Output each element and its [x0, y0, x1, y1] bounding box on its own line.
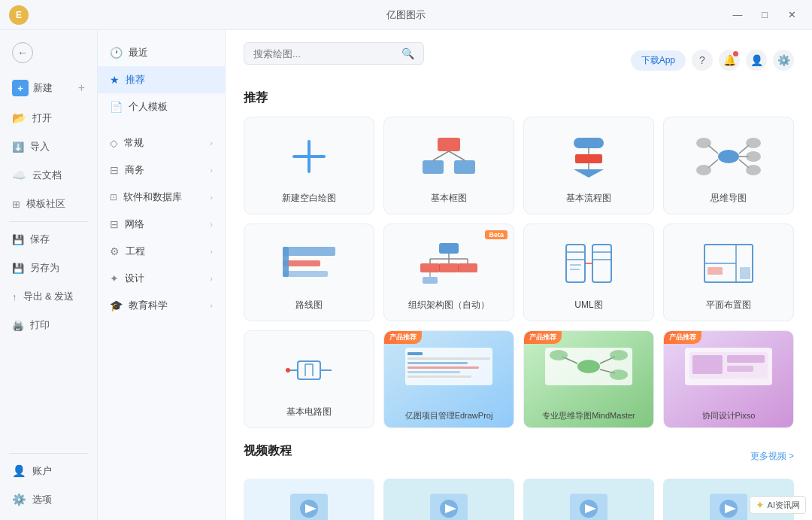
sidebar-item-save[interactable]: 💾 保存 — [0, 225, 97, 254]
sidebar-item-network[interactable]: ⊟ 网络 › — [98, 211, 225, 238]
video-card-2[interactable] — [383, 479, 514, 520]
sidebar-item-account[interactable]: 👤 账户 — [0, 457, 97, 485]
titlebar: E 亿图图示 — □ ✕ — [0, 0, 812, 30]
gear-button[interactable]: ⚙️ — [773, 50, 794, 71]
sidebar-item-business[interactable]: ⊟ 商务 › — [98, 157, 225, 184]
sidebar-narrow: ← + 新建 + 📂 打开 ⬇️ 导入 ☁️ 云文档 ⊞ 模板社区 💾 保存 — [0, 30, 98, 520]
open-icon: 📂 — [12, 111, 26, 125]
video-section-header: 视频教程 更多视频 > — [244, 443, 794, 470]
card-visual-uml — [533, 233, 644, 293]
sidebar-item-saveas[interactable]: 💾 另存为 — [0, 254, 97, 282]
gear-icon: ⚙️ — [777, 54, 790, 66]
sidebar-back-button[interactable]: ← — [0, 36, 97, 72]
print-icon: 🖨️ — [12, 320, 24, 331]
close-button[interactable]: ✕ — [780, 6, 803, 24]
engineering-icon: ⚙ — [110, 245, 120, 257]
svg-rect-33 — [420, 263, 440, 272]
general-icon: ◇ — [110, 137, 118, 149]
sidebar-item-template-community[interactable]: ⊞ 模板社区 — [0, 190, 97, 218]
search-bar[interactable]: 🔍 — [244, 42, 424, 65]
sidebar-item-import[interactable]: ⬇️ 导入 — [0, 132, 97, 161]
template-card-elec[interactable]: 基本电路图 — [244, 330, 374, 428]
template-card-mindmap[interactable]: 思维导图 — [663, 117, 794, 214]
saveas-label: 另存为 — [30, 261, 59, 275]
settings-label: 选项 — [32, 493, 52, 506]
sidebar-item-cloud[interactable]: ☁️ 云文档 — [0, 161, 97, 190]
software-label: 软件和数据库 — [123, 190, 182, 204]
search-icon: 🔍 — [401, 47, 414, 59]
maximize-button[interactable]: □ — [753, 6, 776, 24]
sidebar-item-new[interactable]: + 新建 + — [0, 72, 97, 104]
card-label-edrawproj: 亿图项目管理EdrawProj — [401, 407, 498, 427]
software-icon: ⊡ — [110, 192, 117, 202]
svg-point-12 — [718, 150, 739, 163]
sidebar-bottom: 👤 账户 ⚙️ 选项 — [0, 450, 97, 514]
sidebar-item-personal[interactable]: 📄 个人模板 — [98, 93, 225, 120]
video-card-1[interactable] — [244, 479, 374, 520]
download-app-button[interactable]: 下载App — [631, 50, 686, 71]
svg-point-22 — [696, 165, 711, 175]
sidebar-item-education[interactable]: 🎓 教育科学 › — [98, 292, 225, 319]
engineering-label: 工程 — [126, 245, 145, 258]
svg-line-5 — [433, 151, 449, 160]
template-card-uml[interactable]: UML图 — [523, 224, 654, 321]
sidebar-item-recommend[interactable]: ★ 推荐 — [98, 66, 225, 93]
video-section-title: 视频教程 — [244, 443, 292, 459]
minimize-button[interactable]: — — [726, 6, 749, 24]
sidebar-item-settings[interactable]: ⚙️ 选项 — [0, 485, 97, 514]
svg-rect-37 — [423, 277, 438, 284]
search-input[interactable] — [253, 48, 401, 59]
svg-point-69 — [610, 350, 628, 360]
template-community-icon: ⊞ — [12, 199, 20, 210]
more-videos-link[interactable]: 更多视频 > — [750, 450, 794, 463]
svg-point-16 — [746, 151, 761, 162]
video-card-3[interactable] — [523, 479, 654, 520]
save-icon: 💾 — [12, 234, 24, 245]
svg-line-21 — [708, 160, 718, 168]
card-visual-basic-flow — [533, 126, 644, 186]
template-card-floorplan[interactable]: 平面布置图 — [663, 224, 794, 321]
design-chevron: › — [210, 274, 213, 283]
notification-button[interactable]: 🔔 — [719, 50, 740, 71]
sidebar-item-export[interactable]: ↑ 导出 & 发送 — [0, 282, 97, 311]
svg-line-6 — [449, 151, 465, 160]
saveas-icon: 💾 — [12, 263, 24, 274]
sidebar-item-open[interactable]: 📂 打开 — [0, 104, 97, 132]
promo-badge-mindmaster: 产品推荐 — [524, 331, 562, 344]
help-button[interactable]: ? — [692, 50, 713, 71]
template-card-new-blank[interactable]: 新建空白绘图 — [244, 117, 374, 214]
card-label-elec: 基本电路图 — [286, 406, 332, 418]
sidebar-item-design[interactable]: ✦ 设计 › — [98, 265, 225, 292]
cloud-icon: ☁️ — [12, 169, 26, 182]
notification-badge — [733, 51, 738, 56]
sidebar-item-general[interactable]: ◇ 常规 › — [98, 129, 225, 157]
card-visual-org — [393, 233, 504, 293]
sidebar-item-software[interactable]: ⊡ 软件和数据库 › — [98, 184, 225, 211]
card-visual-route — [253, 233, 365, 293]
import-label: 导入 — [30, 140, 50, 154]
print-label: 打印 — [30, 318, 50, 332]
template-card-edrawproj[interactable]: 产品推荐 亿图项目管理EdrawProj — [383, 330, 514, 428]
svg-point-55 — [286, 368, 290, 373]
template-community-label: 模板社区 — [26, 197, 65, 211]
template-card-pixso[interactable]: 产品推荐 协同设计Pixso — [663, 330, 794, 428]
sidebar-item-engineering[interactable]: ⚙ 工程 › — [98, 238, 225, 265]
sidebar-item-print[interactable]: 🖨️ 打印 — [0, 311, 97, 339]
card-visual-basic-frame — [393, 126, 504, 186]
user-button[interactable]: 👤 — [746, 50, 767, 71]
recommend-icon: ★ — [110, 74, 120, 86]
sidebar-item-recent[interactable]: 🕐 最近 — [98, 39, 225, 66]
svg-rect-26 — [283, 247, 289, 277]
template-card-mindmaster[interactable]: 产品推荐 专业思维导图MindMaster — [523, 330, 654, 428]
template-card-route[interactable]: 路线图 — [244, 224, 374, 321]
avatar[interactable]: E — [9, 5, 29, 25]
template-card-org[interactable]: Beta 组织架构 — [383, 224, 514, 321]
card-label-new-blank: 新建空白绘图 — [282, 192, 336, 205]
template-card-basic-flow[interactable]: 基本流程图 — [523, 117, 654, 214]
template-card-basic-frame[interactable]: 基本框图 — [383, 117, 514, 214]
network-chevron: › — [210, 220, 213, 229]
card-label-floorplan: 平面布置图 — [706, 299, 751, 312]
app-title: 亿图图示 — [386, 8, 426, 22]
card-label-basic-flow: 基本流程图 — [566, 192, 611, 205]
svg-rect-64 — [408, 371, 460, 373]
